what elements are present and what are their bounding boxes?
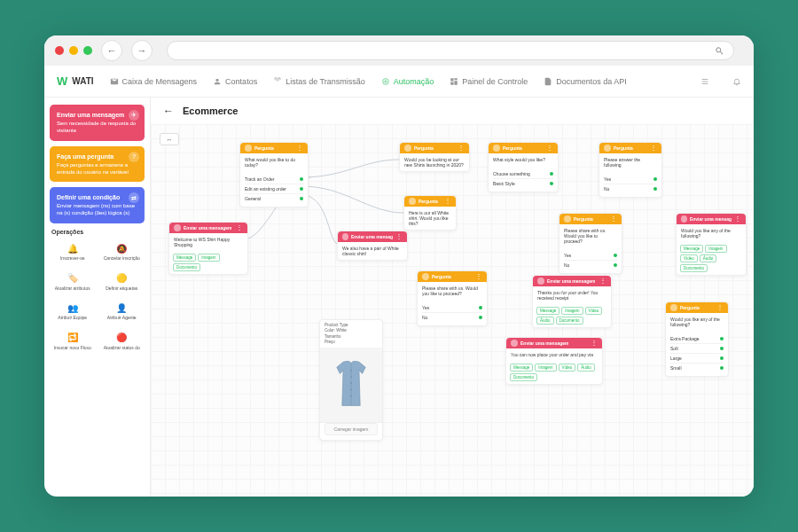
op-set-tags-label: Definir etiquetas	[106, 286, 137, 292]
ops-heading: Operações	[51, 229, 145, 235]
back-arrow[interactable]: ←	[163, 105, 174, 117]
chip-doc[interactable]: Documento	[173, 263, 200, 271]
img-caption2[interactable]: Carregar imagem	[325, 423, 378, 435]
more-icon[interactable]: ⋮	[599, 278, 606, 285]
svg-point-6	[350, 395, 351, 396]
search-icon	[715, 46, 724, 56]
nav-dashboard[interactable]: Painel de Controle	[450, 77, 528, 86]
sidebar-card-condition[interactable]: ⇄ Definir uma condição Enviar mensagem (…	[50, 187, 145, 223]
img-caption[interactable]: Carregar imagem	[325, 276, 367, 293]
question-icon	[404, 145, 411, 152]
more-icon[interactable]: ⋮	[546, 145, 553, 152]
chip-image[interactable]: Imagem	[198, 254, 219, 262]
bell-icon: 🔔	[66, 242, 79, 254]
label-icon: 🟡	[115, 272, 128, 285]
sidebar-card-send-sub: Sem necessidade de resposta do visitante	[57, 121, 136, 133]
window-close-dot[interactable]	[55, 46, 64, 55]
settings-icon[interactable]	[700, 77, 709, 86]
more-icon[interactable]: ⋮	[610, 215, 617, 223]
op-update-status-label: Atualizar status do	[104, 346, 140, 351]
nav-broadcast-label: Listas de Transmissão	[286, 77, 365, 86]
op-unsubscribe[interactable]: 🔕Cancelar inscrição	[99, 239, 145, 265]
contacts-icon	[213, 77, 222, 86]
sidebar-card-send-title: Enviar uma mensagem	[57, 111, 137, 119]
more-icon[interactable]: ⋮	[395, 233, 403, 240]
canvas-wrap: ← Ecommerce ↔	[151, 98, 754, 497]
node-question-a[interactable]: Pergunta⋮ Would you be looking at our ne…	[399, 142, 470, 172]
nav-api[interactable]: Documentos da API	[544, 77, 627, 86]
sidebar-card-question[interactable]: ? Faça uma pergunta Faça perguntas e arm…	[50, 146, 145, 183]
node-question-c[interactable]: Pergunta⋮ Please share with us. Would yo…	[417, 270, 488, 326]
url-bar[interactable]	[167, 41, 734, 60]
node-text: Please answer the following	[604, 157, 640, 168]
op-update-status[interactable]: 🔴Atualizar status do	[99, 328, 145, 355]
browser-window: ← → W WATI Caixa de Mensagens Contatos L…	[44, 35, 754, 497]
sidebar-card-question-sub: Faça perguntas e armazene a entrada do u…	[57, 162, 129, 175]
send-icon	[174, 224, 181, 231]
sidebar: ✈ Enviar uma mensagem Sem necessidade de…	[44, 98, 151, 497]
node-image-shirt[interactable]: Product Type Color: White Tamanho Preço …	[319, 319, 383, 441]
more-icon[interactable]: ⋮	[734, 215, 741, 223]
flow-canvas[interactable]: ↔	[151, 124, 754, 497]
node-send-welcome[interactable]: Enviar uma mensagem⋮ Welcome to WS Shirt…	[168, 222, 248, 275]
node-send-bottom[interactable]: Enviar uma mensagem⋮ You can now place y…	[505, 337, 603, 385]
node-text: We also have a pair of White classic shi…	[342, 246, 399, 256]
more-icon[interactable]: ⋮	[591, 340, 598, 347]
sidebar-card-send[interactable]: ✈ Enviar uma mensagem Sem necessidade de…	[50, 105, 145, 141]
shirt-image	[332, 361, 371, 409]
node-question-f[interactable]: Pergunta⋮ Would you like any of the foll…	[665, 301, 729, 377]
node-question-style[interactable]: Pergunta⋮ What style would you like? Cho…	[488, 142, 559, 192]
op-set-tags[interactable]: 🟡Definir etiquetas	[99, 269, 145, 295]
question-icon	[604, 145, 611, 152]
back-button[interactable]: ←	[101, 40, 122, 61]
chip-message[interactable]: Message	[173, 254, 196, 262]
nav-contacts-label: Contatos	[225, 77, 257, 86]
window-minimize-dot[interactable]	[69, 46, 78, 55]
op-assign-team[interactable]: 👥Atribuir Equipe	[50, 298, 96, 325]
svg-point-5	[350, 389, 351, 390]
app-nav: W WATI Caixa de Mensagens Contatos Lista…	[44, 66, 754, 98]
node-text: Please share with us. Would you like to …	[422, 286, 478, 296]
nav-contacts[interactable]: Contatos	[213, 77, 257, 86]
op-update-attr[interactable]: 🏷️Atualizar atributos	[50, 269, 96, 295]
more-icon[interactable]: ⋮	[458, 145, 465, 152]
window-maximize-dot[interactable]	[83, 46, 92, 55]
more-icon[interactable]: ⋮	[475, 273, 482, 280]
node-question-e[interactable]: Pergunta⋮ Please share with us. Would yo…	[559, 213, 622, 274]
nav-inbox[interactable]: Caixa de Mensagens	[110, 77, 198, 86]
dashboard-icon	[450, 77, 458, 86]
more-icon[interactable]: ⋮	[716, 304, 724, 311]
op-subscribe-label: Inscrever-se	[60, 256, 85, 262]
more-icon[interactable]: ⋮	[650, 145, 657, 152]
node-question-d[interactable]: Pergunta⋮ Please answer the following Ye…	[598, 142, 662, 198]
nav-broadcast[interactable]: Listas de Transmissão	[273, 77, 365, 86]
logo-mark: W	[57, 74, 67, 88]
send-icon	[681, 215, 687, 223]
node-text: What style would you like?	[493, 157, 545, 162]
send-icon	[537, 278, 544, 285]
tag-icon: 🏷️	[66, 272, 79, 285]
status-icon: 🔴	[115, 332, 128, 344]
more-icon[interactable]: ⋮	[296, 145, 303, 152]
node-send-thanks[interactable]: Enviar uma mensagem⋮ Thanks you for your…	[532, 275, 612, 328]
node-send-mid[interactable]: Enviar uma mensagem⋮ We also have a pair…	[337, 231, 408, 261]
op-subscribe[interactable]: 🔔Inscrever-se	[50, 239, 96, 265]
logo[interactable]: W WATI	[57, 74, 94, 88]
op-invoke-flow[interactable]: 🔁Invocar novo Fluxo	[50, 328, 96, 355]
canvas-header: ← Ecommerce	[151, 98, 754, 124]
nav-inbox-label: Caixa de Mensagens	[122, 77, 198, 86]
node-question-b[interactable]: Pergunta⋮ Here is our all White shirt. W…	[403, 195, 457, 231]
node-text: Thanks you for your order! You received …	[537, 290, 598, 301]
more-icon[interactable]: ⋮	[236, 224, 243, 231]
bell-icon[interactable]	[732, 77, 741, 86]
nav-automation[interactable]: Automação	[381, 77, 434, 86]
node-send-right[interactable]: Enviar uma mensagem⋮ Would you like any …	[676, 213, 747, 276]
svg-point-2	[350, 370, 351, 371]
op-assign-agent[interactable]: 👤Atribuir Agente	[99, 298, 145, 325]
ops-grid: 🔔Inscrever-se 🔕Cancelar inscrição 🏷️Atua…	[50, 239, 145, 354]
forward-button[interactable]: →	[131, 40, 153, 61]
plane-icon: ✈	[129, 110, 139, 121]
zoom-control[interactable]: ↔	[160, 133, 179, 145]
node-question-main[interactable]: Pergunta⋮ What would you like to do toda…	[239, 142, 309, 207]
more-icon[interactable]: ⋮	[444, 198, 451, 205]
